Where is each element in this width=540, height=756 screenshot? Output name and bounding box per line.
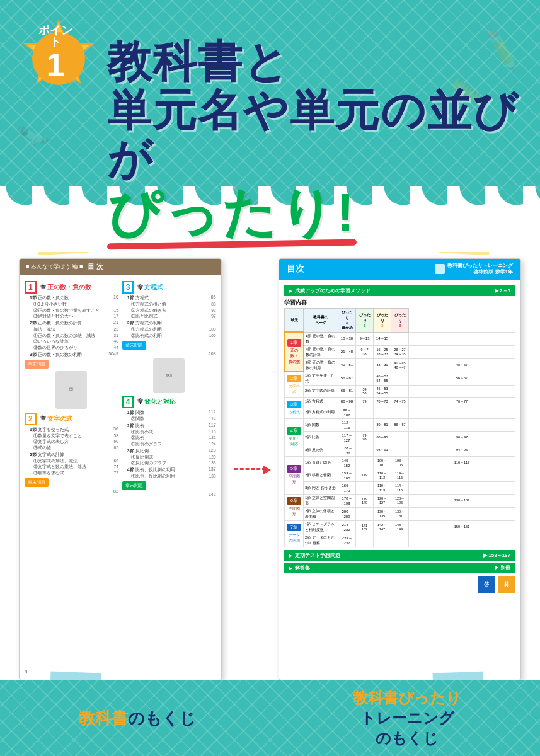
- book-right-title: 目次: [287, 263, 304, 275]
- chapter4-row-2: 2節 比例 117～127 7998 88～91 96～97: [285, 431, 515, 444]
- book-left-header-label: ■ みんなで学ぼう 編 ■: [26, 263, 83, 271]
- chapter4-header: 4 章 変化と対応: [122, 396, 216, 408]
- chapter4-title: 変化と対応: [144, 398, 176, 406]
- label-right-line1: 教科書ぴったり: [353, 688, 461, 708]
- section2-label: 学習内容: [284, 299, 515, 307]
- chapter2-num: 2: [25, 413, 37, 425]
- heading-line2: 単元名や単元の並びが: [107, 86, 527, 183]
- chapter2-row-1: 2章 文字の式 1節 文字を使った式 56～67 46～5354～55 56～5…: [285, 372, 515, 385]
- section1-bar: 成績アップのための学習メソッド ▶ 2～5: [284, 285, 515, 296]
- chapter1-row-3: 3節 正の数・負の数の利用 49～51 38～39 40～4546～47 48～…: [285, 358, 515, 372]
- book-right-content: 成績アップのための学習メソッド ▶ 2～5 学習内容 単元 教科書のページ ぴっ…: [279, 280, 520, 597]
- label-left-kanji: 教科書: [79, 709, 128, 728]
- label-left-suffix: のもくじ: [128, 709, 196, 728]
- heading-line1: 教科書と: [107, 38, 527, 86]
- point-number: 1: [37, 49, 74, 81]
- chapter1-num: 1: [25, 281, 37, 294]
- book-left-content: 1 章 正の数・負の数 1節正の数・負の数10 ①0より小さい数 ②正の数・負の…: [20, 275, 221, 500]
- chapter2-row-2: 2節 文字式の計算 66～81 3958 46～5354～55: [285, 385, 515, 397]
- chapter2-title: 文字の式: [47, 415, 72, 423]
- chapter1-row-1: 1章 正の数・負の数 1節 正の数・負の数 10～30 9～13 14～15: [285, 332, 515, 345]
- book-right-sub: 教科書ぴったりトレーニング 啓林館版 数学1年: [447, 263, 513, 276]
- chapter7-row-1: 7章 データの活用 1節 ヒストグラムと相対度数 214～232 141152 …: [285, 520, 515, 534]
- page-wrapper: ✏️ 📏 🔭 ポイント 1 教科書と 単元名や単元の並びが ぴったり!: [0, 0, 540, 756]
- bottom-label-right: 教科書ぴったり トレーニング のもくじ: [353, 688, 461, 748]
- chapter5-row-1: 5章 平面図形 1節 直線と図形 145～152 100～101 108～106…: [285, 456, 515, 469]
- page-number: 8: [25, 669, 27, 675]
- content-table: 単元 教科書のページ ぴったり0確かめ ぴったり1 ぴったり2 ぴったり3: [284, 308, 515, 547]
- book-right-header: 目次 教科書ぴったりトレーニング 啓林館版 数学1年: [279, 259, 520, 280]
- chapter5-row-3: 3節 円と おうぎ形 166～173 110～113 114～115: [285, 481, 515, 494]
- main-heading: 教科書と 単元名や単元の並びが ぴったり!: [107, 38, 527, 243]
- bottom-labels: 教科書のもくじ 教科書ぴったり トレーニング のもくじ: [0, 680, 540, 756]
- chapter6-row-2: 2節 立体の体積と表面積 200～209 130～135 130～131: [285, 507, 515, 520]
- chapter3-header: 3 章 方程式: [122, 281, 216, 294]
- chapter5-row-2: 2節 移動と作図 153～165 119 110～113 114～115: [285, 469, 515, 481]
- chapter1-row-2: 2節 正の数・負の数の計算 21～48 9～738 16～2528～33 26～…: [285, 345, 515, 358]
- section2: 2節正の数・負の数の計算21: [25, 320, 118, 326]
- chapter4-row-3: 3節 反比例 128～136 98～91 94～95: [285, 444, 515, 456]
- chapter6-row-1: 6章 空間図形 1節 立体と空間図形 178～199 119140 120～12…: [285, 494, 515, 507]
- chapter3-num: 3: [122, 281, 134, 294]
- book-left-header-title: 目 次: [88, 262, 103, 272]
- chapter7-row-2: 2節 データにもとづく推察 233～237: [285, 534, 515, 547]
- chapter3-row-1: 3章 方程式 1節 方程式 86～98 79 70～73 74～75 76～77: [285, 397, 515, 406]
- book-left-header: ■ みんなで学ぼう 編 ■ 目 次: [20, 259, 221, 275]
- chapter2-header: 2 章 文字の式: [25, 413, 118, 425]
- book-right: 目次 教科書ぴったりトレーニング 啓林館版 数学1年 成績アップのための学習メソ…: [279, 258, 521, 680]
- chapter1-title: 正の数・負の数: [47, 283, 91, 292]
- book-left: ■ みんなで学ぼう 編 ■ 目 次 1 章 正の数・負の数: [19, 258, 222, 680]
- books-section: ■ みんなで学ぼう 編 ■ 目 次 1 章 正の数・負の数: [0, 246, 540, 756]
- review-box1: 章末問題: [25, 360, 49, 369]
- heading-line3: ぴったり!: [107, 183, 357, 243]
- chapter4-row-1: 4章 変化と対応 1節 関数 112～116 80～81 86～87: [285, 418, 515, 431]
- chapter1-header: 1 章 正の数・負の数: [25, 281, 118, 294]
- point-label: ポイント: [37, 25, 74, 47]
- section3-bar: 定期テスト予想問題 ▶ 153～167: [284, 550, 515, 561]
- label-right-line2: トレーニング: [353, 708, 461, 728]
- section1: 1節正の数・負の数10: [25, 295, 118, 301]
- chapter3-title: 方程式: [144, 283, 163, 292]
- section3: 3節正の数・負の数の利用49 50: [25, 352, 118, 358]
- chapter4-num: 4: [122, 396, 134, 408]
- point-badge: ポイント 1: [18, 18, 93, 93]
- section4-bar: 解答集 ▶ 別冊: [284, 563, 515, 573]
- bottom-label-left: 教科書のもくじ: [79, 707, 196, 730]
- label-right-line3: のもくじ: [353, 728, 461, 748]
- deco-compass: 🔭: [11, 124, 54, 164]
- chapter3-row-2: 2節 方程式の利用 99～107: [285, 406, 515, 418]
